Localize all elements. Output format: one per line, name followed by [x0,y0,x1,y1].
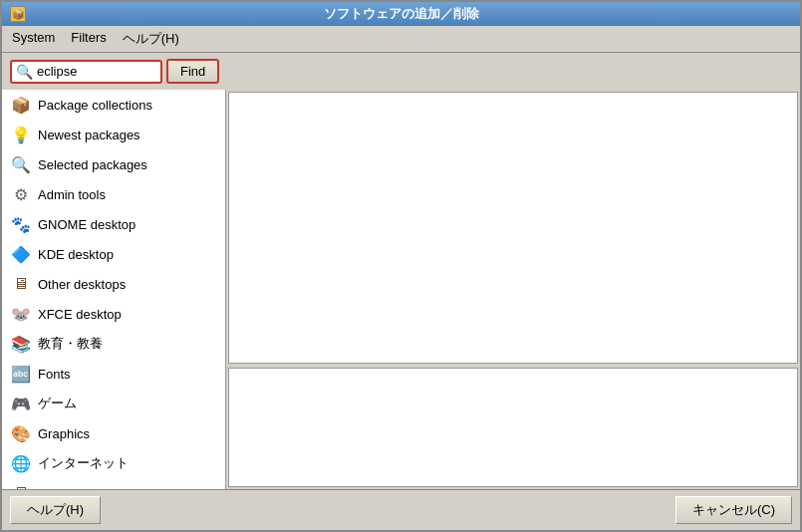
other-desktops-label: Other desktops [38,277,126,292]
education-label: 教育・教養 [38,335,103,353]
package-collections-icon: 📦 [10,94,32,116]
footer: ヘルプ(H) キャンセル(C) [2,489,800,530]
search-input[interactable] [37,64,156,79]
gnome-desktop-label: GNOME desktop [38,217,135,232]
menu-help[interactable]: ヘルプ(H) [117,28,185,50]
internet-icon: 🌐 [10,452,32,474]
gnome-desktop-icon: 🐾 [10,213,32,235]
category-item-other-desktops[interactable]: 🖥Other desktops [2,269,225,299]
help-button[interactable]: ヘルプ(H) [10,496,101,524]
main-content: 📦Package collections💡Newest packages🔍Sel… [2,90,800,489]
package-list-area [228,92,798,364]
selected-packages-icon: 🔍 [10,153,32,175]
newest-packages-icon: 💡 [10,124,32,145]
graphics-icon: 🎨 [10,422,32,444]
search-icon: 🔍 [16,64,33,80]
other-desktops-icon: 🖥 [10,273,32,295]
category-item-games[interactable]: 🎮ゲーム [2,389,225,418]
category-list: 📦Package collections💡Newest packages🔍Sel… [2,90,225,489]
menu-system[interactable]: System [6,28,61,50]
xfce-desktop-icon: 🐭 [10,303,32,325]
legacy-icon: 🖥 [10,482,32,489]
fonts-icon: 🔤 [10,363,32,385]
category-item-gnome-desktop[interactable]: 🐾GNOME desktop [2,209,225,239]
fonts-label: Fonts [38,367,71,382]
left-panel: 📦Package collections💡Newest packages🔍Sel… [2,90,226,489]
category-item-education[interactable]: 📚教育・教養 [2,329,225,359]
category-item-internet[interactable]: 🌐インターネット [2,448,225,478]
category-item-graphics[interactable]: 🎨Graphics [2,418,225,448]
cancel-button[interactable]: キャンセル(C) [675,496,792,524]
window-title: ソフトウェアの追加／削除 [26,5,776,23]
xfce-desktop-label: XFCE desktop [38,307,122,322]
category-item-legacy[interactable]: 🖥Legacy [2,478,225,489]
window-icon: 📦 [10,6,26,22]
right-panel [226,90,800,489]
menu-filters[interactable]: Filters [65,28,112,50]
category-item-fonts[interactable]: 🔤Fonts [2,359,225,389]
category-item-kde-desktop[interactable]: 🔷KDE desktop [2,239,225,269]
menu-bar: System Filters ヘルプ(H) [2,26,800,53]
games-icon: 🎮 [10,393,32,414]
category-item-newest-packages[interactable]: 💡Newest packages [2,120,225,149]
search-box: 🔍 [10,60,162,84]
education-icon: 📚 [10,333,32,355]
package-collections-label: Package collections [38,98,152,113]
category-item-admin-tools[interactable]: ⚙Admin tools [2,179,225,209]
admin-tools-icon: ⚙ [10,183,32,205]
internet-label: インターネット [38,454,129,472]
games-label: ゲーム [38,395,77,412]
package-detail-area [228,368,798,487]
category-item-package-collections[interactable]: 📦Package collections [2,90,225,120]
category-item-xfce-desktop[interactable]: 🐭XFCE desktop [2,299,225,329]
title-bar: 📦 ソフトウェアの追加／削除 [2,2,800,26]
kde-desktop-icon: 🔷 [10,243,32,265]
main-window: 📦 ソフトウェアの追加／削除 System Filters ヘルプ(H) 🔍 F… [0,0,802,532]
kde-desktop-label: KDE desktop [38,247,114,262]
admin-tools-label: Admin tools [38,187,106,202]
selected-packages-label: Selected packages [38,157,147,172]
graphics-label: Graphics [38,426,90,441]
toolbar: 🔍 Find [2,53,800,90]
category-item-selected-packages[interactable]: 🔍Selected packages [2,149,225,179]
find-button[interactable]: Find [166,59,219,84]
newest-packages-label: Newest packages [38,128,140,142]
